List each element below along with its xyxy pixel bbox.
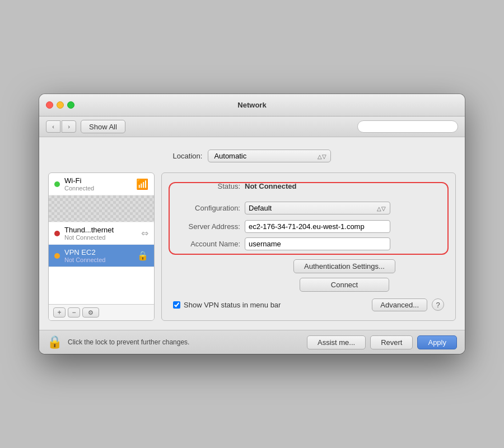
remove-network-button[interactable]: −: [68, 307, 80, 318]
sidebar-item-thunderbolt[interactable]: Thund...thernet Not Connected ⇔: [49, 222, 154, 245]
location-select[interactable]: Automatic: [208, 150, 331, 162]
show-vpn-checkbox[interactable]: [173, 301, 180, 309]
highlighted-fields-wrapper: Server Address: Account Name:: [173, 220, 444, 250]
body-area: Wi-Fi Connected 📶 Thund...thernet Not Co…: [48, 172, 456, 321]
traffic-lights: [46, 101, 74, 109]
button-row: Authentication Settings... Connect: [245, 259, 444, 292]
thunderbolt-status: Not Connected: [64, 234, 114, 241]
network-window: Network ‹ › Show All 🔍 Location: Automat…: [39, 94, 465, 354]
detail-panel: Status: Not Connected Configuration: Def…: [161, 172, 456, 321]
server-address-row: Server Address:: [173, 220, 444, 233]
status-dot-wifi: [54, 181, 60, 187]
main-content: Location: Automatic △▽ Wi-Fi Conne: [39, 137, 465, 330]
wifi-icon: 📶: [136, 178, 148, 190]
configuration-select[interactable]: Default: [245, 202, 390, 214]
location-label: Location:: [173, 152, 203, 160]
more-options-button[interactable]: ⚙: [82, 307, 99, 318]
lock-icon[interactable]: 🔒: [47, 335, 62, 349]
close-button[interactable]: [46, 101, 53, 109]
toolbar: ‹ › Show All 🔍: [39, 116, 465, 137]
status-dot-thunderbolt: [54, 231, 60, 236]
status-dot-vpn: [54, 253, 60, 259]
show-all-button[interactable]: Show All: [81, 120, 125, 133]
back-button[interactable]: ‹: [46, 120, 60, 133]
thunderbolt-info: Thund...thernet Not Connected: [64, 226, 114, 241]
search-input[interactable]: [357, 120, 458, 133]
status-value: Not Connected: [245, 182, 296, 190]
network-image-placeholder: [49, 195, 154, 222]
window-footer: 🔒 Click the lock to prevent further chan…: [39, 330, 465, 354]
sidebar-item-wifi[interactable]: Wi-Fi Connected 📶: [49, 173, 154, 195]
ethernet-icon: ⇔: [141, 228, 148, 239]
authentication-settings-button[interactable]: Authentication Settings...: [293, 259, 395, 273]
maximize-button[interactable]: [67, 101, 74, 109]
server-address-input[interactable]: [245, 220, 390, 233]
revert-button[interactable]: Revert: [370, 335, 413, 349]
window-title: Network: [237, 101, 266, 109]
assist-me-button[interactable]: Assist me...: [307, 335, 366, 349]
location-bar: Location: Automatic △▽: [48, 146, 456, 166]
bottom-buttons-right: Advanced... ?: [372, 298, 444, 311]
form-section: Configuration: Default △▽: [173, 202, 444, 250]
search-wrapper: 🔍: [357, 120, 458, 133]
sidebar-bottom: + − ⚙: [49, 304, 154, 320]
account-name-input[interactable]: [245, 237, 390, 250]
apply-button[interactable]: Apply: [417, 335, 457, 349]
sidebar: Wi-Fi Connected 📶 Thund...thernet Not Co…: [48, 172, 155, 321]
footer-buttons: Assist me... Revert Apply: [307, 335, 457, 349]
wifi-status: Connected: [64, 185, 94, 192]
bottom-options: Show VPN status in menu bar Advanced... …: [173, 298, 444, 311]
vpn-name: VPN EC2: [64, 248, 105, 256]
show-vpn-checkbox-label[interactable]: Show VPN status in menu bar: [173, 301, 281, 309]
help-button[interactable]: ?: [432, 298, 444, 311]
advanced-button[interactable]: Advanced...: [372, 298, 427, 311]
forward-button[interactable]: ›: [62, 120, 76, 133]
lock-text: Click the lock to prevent further change…: [68, 338, 189, 346]
configuration-row: Configuration: Default △▽: [173, 202, 444, 214]
status-label: Status:: [173, 182, 240, 190]
titlebar: Network: [39, 94, 465, 116]
configuration-select-wrapper: Default △▽: [245, 202, 390, 214]
show-vpn-label: Show VPN status in menu bar: [184, 301, 281, 309]
nav-buttons: ‹ ›: [46, 120, 76, 133]
status-row: Status: Not Connected: [173, 182, 444, 190]
vpn-status: Not Connected: [64, 256, 105, 263]
account-name-row: Account Name:: [173, 237, 444, 250]
location-select-wrapper: Automatic △▽: [208, 150, 331, 162]
add-network-button[interactable]: +: [53, 307, 66, 318]
vpn-info: VPN EC2 Not Connected: [64, 248, 105, 263]
sidebar-list: Wi-Fi Connected 📶 Thund...thernet Not Co…: [49, 173, 154, 304]
sidebar-item-vpn[interactable]: VPN EC2 Not Connected 🔒: [49, 245, 154, 267]
configuration-label: Configuration:: [173, 204, 240, 212]
vpn-lock-icon: 🔒: [137, 250, 148, 261]
thunderbolt-name: Thund...thernet: [64, 226, 114, 234]
wifi-info: Wi-Fi Connected: [64, 176, 94, 192]
wifi-name: Wi-Fi: [64, 176, 94, 185]
server-address-label: Server Address:: [173, 222, 240, 231]
connect-button[interactable]: Connect: [300, 278, 389, 292]
account-name-label: Account Name:: [173, 240, 240, 248]
minimize-button[interactable]: [57, 101, 64, 109]
